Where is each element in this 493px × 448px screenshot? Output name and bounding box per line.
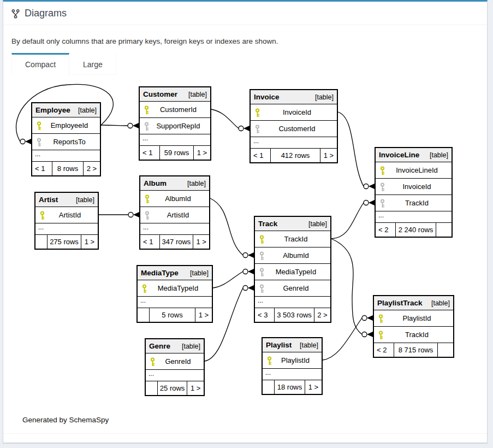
column-name: InvoiceId bbox=[376, 182, 452, 191]
primary-key-icon bbox=[266, 356, 272, 367]
table-header: MediaType[table] bbox=[138, 266, 212, 280]
column-name: GenreId bbox=[255, 284, 330, 292]
relationship-edge bbox=[101, 125, 128, 126]
row-count: 2 240 rows bbox=[396, 223, 436, 237]
table-name: Artist bbox=[39, 196, 58, 204]
related-tables-left bbox=[263, 380, 275, 394]
related-tables-right bbox=[436, 223, 452, 237]
row-count: 25 rows bbox=[158, 381, 187, 395]
column-name: PlaylistId bbox=[374, 314, 453, 322]
table-playlisttrack[interactable]: PlaylistTrack[table]PlaylistIdTrackId< 2… bbox=[373, 295, 454, 358]
more-columns-ellipsis: ... bbox=[32, 150, 100, 162]
table-header: Customer[table] bbox=[140, 87, 210, 102]
relationship-edge bbox=[331, 239, 362, 334]
table-mediatype[interactable]: MediaType[table]MediaTypeId...5 rows1 > bbox=[136, 265, 213, 323]
table-type-tag: [table] bbox=[300, 341, 318, 349]
table-type-tag: [table] bbox=[315, 93, 334, 101]
zero-or-one-circle bbox=[243, 286, 248, 291]
foreign-key-icon bbox=[144, 211, 150, 222]
primary-key-icon bbox=[378, 331, 384, 341]
related-tables-right bbox=[437, 343, 453, 357]
column-name: TrackId bbox=[374, 331, 453, 339]
column-name: ReportsTo bbox=[32, 138, 100, 146]
table-header: Genre[table] bbox=[146, 339, 204, 353]
table-header: InvoiceLine[table] bbox=[376, 148, 452, 162]
related-tables-left: < 1 bbox=[140, 235, 160, 249]
more-columns-ellipsis: ... bbox=[140, 223, 209, 235]
more-columns-ellipsis: ... bbox=[255, 297, 330, 308]
table-employee[interactable]: Employee[table]EmployeeIdReportsTo...< 1… bbox=[31, 102, 101, 176]
crow-foot-arrow bbox=[25, 139, 31, 144]
table-footer: 275 rows1 > bbox=[35, 235, 98, 249]
foreign-key-icon bbox=[254, 125, 260, 135]
table-header: Album[table] bbox=[140, 176, 209, 191]
table-name: MediaType bbox=[141, 269, 179, 277]
relationship-edge bbox=[213, 272, 243, 288]
table-type-tag: [table] bbox=[187, 180, 206, 187]
column-row: TrackId bbox=[255, 231, 330, 247]
related-tables-right: 2 > bbox=[83, 162, 100, 175]
tab-large[interactable]: Large bbox=[69, 53, 116, 75]
column-row: InvoiceId bbox=[376, 179, 452, 195]
column-name: EmployeeId bbox=[32, 121, 100, 129]
table-invoice[interactable]: Invoice[table]InvoiceIdCustomerId...< 14… bbox=[250, 89, 338, 163]
row-count: 8 715 rows bbox=[394, 343, 437, 357]
primary-key-icon bbox=[144, 105, 150, 116]
table-footer: < 33 503 rows2 > bbox=[255, 308, 330, 322]
generated-by-note: Generated by SchemaSpy bbox=[22, 416, 479, 424]
table-header: Employee[table] bbox=[32, 103, 100, 117]
crow-foot-arrow bbox=[133, 212, 139, 217]
primary-key-icon bbox=[36, 121, 42, 132]
column-row: InvoiceLineId bbox=[376, 162, 452, 179]
related-tables-left: < 1 bbox=[32, 162, 52, 175]
table-customer[interactable]: Customer[table]CustomerIdSupportRepId...… bbox=[139, 86, 211, 161]
column-name: TrackId bbox=[255, 235, 330, 243]
column-row: MediaTypeId bbox=[255, 264, 330, 280]
related-tables-left bbox=[138, 308, 150, 322]
foreign-key-icon bbox=[36, 138, 42, 149]
table-track[interactable]: Track[table]TrackIdAlbumIdMediaTypeIdGen… bbox=[254, 216, 331, 323]
related-tables-right: 1 > bbox=[320, 149, 337, 162]
column-name: MediaTypeId bbox=[255, 268, 330, 276]
table-footer: < 1412 rows1 > bbox=[251, 149, 337, 162]
table-album[interactable]: Album[table]AlbumIdArtistId...< 1347 row… bbox=[139, 175, 210, 250]
related-tables-left: < 1 bbox=[140, 146, 160, 160]
foreign-key-icon bbox=[144, 122, 150, 133]
crow-foot-arrow bbox=[248, 285, 254, 291]
foreign-key-icon bbox=[259, 284, 265, 295]
related-tables-left: < 2 bbox=[376, 223, 396, 237]
relationship-edge bbox=[210, 198, 243, 255]
foreign-key-icon bbox=[379, 182, 385, 193]
table-type-tag: [table] bbox=[430, 151, 448, 159]
relationship-edge bbox=[211, 109, 239, 128]
crow-foot-arrow bbox=[133, 123, 139, 128]
zero-or-one-circle bbox=[128, 213, 133, 217]
table-footer: < 1347 rows1 > bbox=[140, 235, 209, 249]
column-name: AlbumId bbox=[255, 251, 330, 260]
primary-key-icon bbox=[254, 108, 260, 119]
code-fork-icon bbox=[11, 9, 20, 19]
table-header: PlaylistTrack[table] bbox=[374, 296, 453, 310]
table-footer: < 22 240 rows bbox=[376, 223, 452, 237]
table-type-tag: [table] bbox=[182, 343, 200, 350]
table-invoiceline[interactable]: InvoiceLine[table]InvoiceLineIdInvoiceId… bbox=[375, 147, 453, 238]
column-row: GenreId bbox=[255, 280, 330, 297]
column-name: InvoiceLineId bbox=[376, 166, 452, 174]
table-header: Playlist[table] bbox=[263, 338, 322, 352]
table-name: Invoice bbox=[254, 93, 280, 101]
column-row: InvoiceId bbox=[251, 104, 337, 121]
relationship-edge bbox=[331, 203, 364, 239]
table-artist[interactable]: Artist[table]ArtistId...275 rows1 > bbox=[34, 192, 99, 250]
column-row: AlbumId bbox=[255, 247, 330, 264]
table-genre[interactable]: Genre[table]GenreId...25 rows1 > bbox=[145, 338, 205, 396]
more-columns-ellipsis: ... bbox=[376, 211, 452, 223]
crow-foot-arrow bbox=[248, 269, 254, 274]
column-row: EmployeeId bbox=[32, 117, 100, 134]
table-name: Track bbox=[258, 220, 277, 228]
crow-foot-arrow bbox=[248, 252, 254, 258]
column-row: GenreId bbox=[146, 353, 204, 370]
zero-or-one-circle bbox=[362, 332, 367, 337]
table-playlist[interactable]: Playlist[table]PlaylistId...18 rows1 > bbox=[262, 337, 323, 395]
crow-foot-arrow bbox=[367, 315, 373, 321]
tab-compact[interactable]: Compact bbox=[11, 53, 69, 75]
